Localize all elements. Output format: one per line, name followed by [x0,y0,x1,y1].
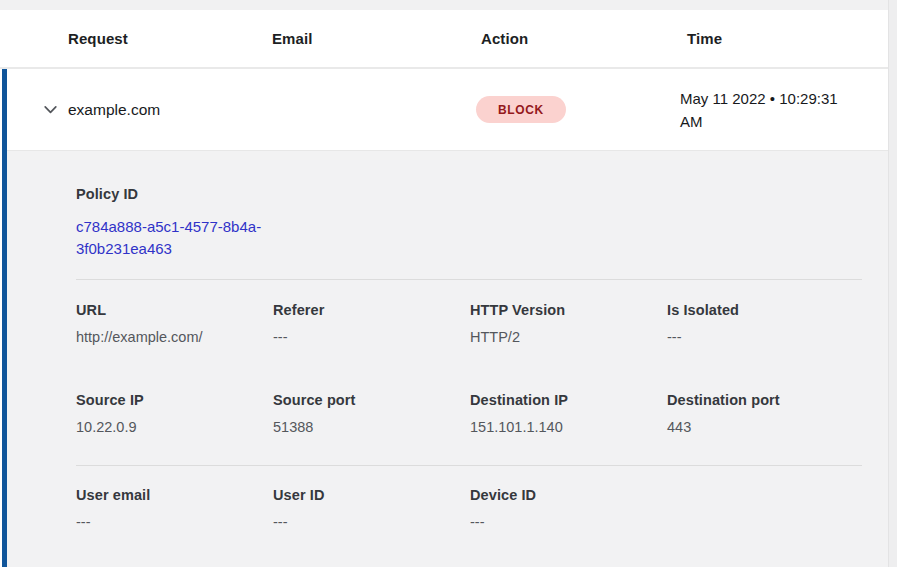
http-version-field: HTTP Version HTTP/2 [470,302,667,348]
source-ip-field: Source IP 10.22.0.9 [76,392,273,438]
referer-label: Referer [273,302,470,318]
detail-row-user: User email --- User ID --- Device ID --- [76,487,862,533]
table-header-row: Request Email Action Time [0,10,889,69]
referer-field: Referer --- [273,302,470,348]
chevron-down-icon[interactable] [41,101,59,119]
device-id-label: Device ID [470,487,667,503]
is-isolated-field: Is Isolated --- [667,302,864,348]
destination-ip-field: Destination IP 151.101.1.140 [470,392,667,438]
source-ip-value: 10.22.0.9 [76,417,273,438]
url-field: URL http://example.com/ [76,302,273,348]
table-row[interactable]: example.com BLOCK May 11 2022 • 10:29:31… [7,69,889,150]
user-id-label: User ID [273,487,470,503]
expanded-log-entry: example.com BLOCK May 11 2022 • 10:29:31… [2,69,889,567]
device-id-field: Device ID --- [470,487,667,533]
column-header-time: Time [687,30,889,47]
source-ip-label: Source IP [76,392,273,408]
user-email-value: --- [76,512,273,533]
destination-port-value: 443 [667,417,864,438]
source-port-value: 51388 [273,417,470,438]
log-table-card: Request Email Action Time example.com BL… [0,10,889,567]
column-header-request: Request [68,30,272,47]
empty-cell [667,487,864,533]
page-background-strip [888,0,897,567]
source-port-label: Source port [273,392,470,408]
policy-id-label: Policy ID [76,186,862,202]
user-email-field: User email --- [76,487,273,533]
divider [76,465,862,466]
destination-port-label: Destination port [667,392,864,408]
url-label: URL [76,302,273,318]
http-version-label: HTTP Version [470,302,667,318]
destination-ip-value: 151.101.1.140 [470,417,667,438]
log-detail-page: Request Email Action Time example.com BL… [0,0,897,567]
source-port-field: Source port 51388 [273,392,470,438]
is-isolated-value: --- [667,327,864,348]
status-badge: BLOCK [476,96,566,123]
user-email-label: User email [76,487,273,503]
column-header-action: Action [481,30,687,47]
detail-panel: Policy ID c784a888-a5c1-4577-8b4a-3f0b23… [7,150,889,567]
action-cell: BLOCK [474,96,680,123]
detail-row-http: URL http://example.com/ Referer --- HTTP… [76,302,862,348]
destination-ip-label: Destination IP [470,392,667,408]
column-header-email: Email [272,30,481,47]
user-id-value: --- [273,512,470,533]
http-version-value: HTTP/2 [470,327,667,348]
device-id-value: --- [470,512,667,533]
policy-id-link[interactable]: c784a888-a5c1-4577-8b4a-3f0b231ea463 [76,216,281,259]
user-id-field: User ID --- [273,487,470,533]
referer-value: --- [273,327,470,348]
time-cell: May 11 2022 • 10:29:31 AM [680,87,856,133]
destination-port-field: Destination port 443 [667,392,864,438]
detail-row-network: Source IP 10.22.0.9 Source port 51388 De… [76,392,862,438]
policy-id-field: Policy ID c784a888-a5c1-4577-8b4a-3f0b23… [76,186,862,259]
url-value: http://example.com/ [76,327,273,348]
is-isolated-label: Is Isolated [667,302,864,318]
divider [76,279,862,280]
request-cell: example.com [68,101,265,119]
